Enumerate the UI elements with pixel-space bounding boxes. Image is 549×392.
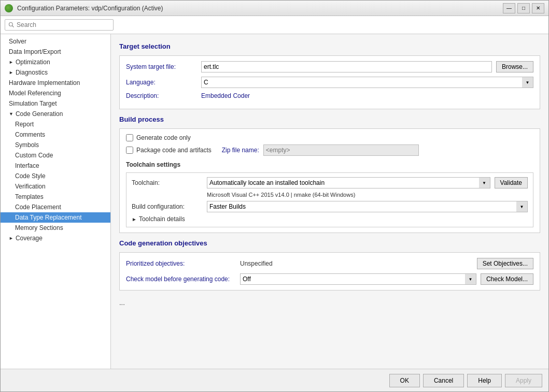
maximize-button[interactable]: □ bbox=[517, 3, 530, 13]
code-gen-label: Code Generation bbox=[16, 110, 63, 118]
code-gen-arrow: ▼ bbox=[9, 111, 13, 117]
window-title: Configuration Parameters: vdp/Configurat… bbox=[17, 5, 503, 12]
language-row: Language: C C++ ▼ bbox=[126, 77, 533, 88]
coverage-arrow: ► bbox=[9, 236, 13, 241]
system-target-label: System target file: bbox=[126, 63, 201, 70]
toolchain-details-arrow: ► bbox=[132, 216, 137, 222]
sidebar-item-code-generation[interactable]: ▼ Code Generation bbox=[1, 109, 110, 119]
diagnostics-arrow: ► bbox=[9, 70, 13, 75]
browse-button[interactable]: Browse... bbox=[496, 61, 533, 72]
sidebar-item-data-type-replacement[interactable]: Data Type Replacement bbox=[1, 212, 110, 223]
data-import-label: Data Import/Export bbox=[9, 48, 61, 55]
sidebar-item-code-placement[interactable]: Code Placement bbox=[1, 202, 110, 212]
description-row: Description: Embedded Coder bbox=[126, 92, 533, 99]
generate-code-only-row: Generate code only bbox=[126, 134, 533, 141]
sidebar-item-verification[interactable]: Verification bbox=[1, 181, 110, 192]
ok-button[interactable]: OK bbox=[389, 374, 420, 387]
sidebar-item-memory-sections[interactable]: Memory Sections bbox=[1, 223, 110, 233]
search-input[interactable] bbox=[17, 21, 105, 28]
toolchain-details-label: Toolchain details bbox=[139, 215, 185, 223]
optimization-label: Optimization bbox=[16, 59, 50, 66]
generate-code-only-checkbox[interactable] bbox=[126, 134, 133, 141]
sidebar-item-optimization[interactable]: ► Optimization bbox=[1, 57, 110, 67]
sidebar-item-interface[interactable]: Interface bbox=[1, 161, 110, 171]
templates-label: Templates bbox=[15, 193, 44, 200]
zip-file-label: Zip file name: bbox=[222, 147, 259, 154]
interface-label: Interface bbox=[15, 162, 39, 169]
sidebar-item-simulation-target[interactable]: Simulation Target bbox=[1, 98, 110, 109]
svg-point-0 bbox=[9, 23, 13, 26]
language-select[interactable]: C C++ bbox=[201, 77, 533, 88]
sidebar-item-report[interactable]: Report bbox=[1, 119, 110, 129]
coverage-label: Coverage bbox=[16, 235, 43, 242]
sidebar-item-comments[interactable]: Comments bbox=[1, 129, 110, 140]
search-bar bbox=[1, 16, 548, 34]
zip-file-row: Zip file name: bbox=[222, 144, 419, 156]
set-objectives-button[interactable]: Set Objectives... bbox=[477, 258, 533, 269]
sidebar-item-symbols[interactable]: Symbols bbox=[1, 140, 110, 150]
zip-file-input[interactable] bbox=[263, 144, 419, 156]
title-bar: Configuration Parameters: vdp/Configurat… bbox=[1, 1, 548, 16]
sim-target-label: Simulation Target bbox=[9, 100, 57, 107]
package-code-checkbox[interactable] bbox=[126, 147, 133, 154]
sidebar-item-diagnostics[interactable]: ► Diagnostics bbox=[1, 67, 110, 78]
code-placement-label: Code Placement bbox=[15, 204, 61, 211]
search-icon bbox=[8, 22, 15, 28]
minimize-button[interactable]: — bbox=[503, 3, 515, 13]
sidebar-item-solver[interactable]: Solver bbox=[1, 36, 110, 47]
sidebar-item-hardware-implementation[interactable]: Hardware Implementation bbox=[1, 78, 110, 88]
close-button[interactable]: ✕ bbox=[532, 3, 544, 13]
memory-sections-label: Memory Sections bbox=[15, 224, 63, 231]
sidebar-item-code-style[interactable]: Code Style bbox=[1, 171, 110, 181]
target-selection-box: System target file: Browse... Language: … bbox=[119, 55, 540, 109]
toolchain-select[interactable]: Automatically locate an installed toolch… bbox=[207, 177, 490, 188]
sidebar-item-custom-code[interactable]: Custom Code bbox=[1, 150, 110, 161]
prioritized-value: Unspecified bbox=[240, 260, 473, 267]
custom-code-label: Custom Code bbox=[15, 152, 53, 159]
toolchain-dropdown-arrow[interactable]: ▼ bbox=[479, 177, 490, 188]
main-window: Configuration Parameters: vdp/Configurat… bbox=[0, 0, 549, 392]
diagnostics-label: Diagnostics bbox=[16, 69, 48, 76]
toolchain-select-wrap: Automatically locate an installed toolch… bbox=[207, 177, 490, 188]
build-config-select-wrap: Faster Builds Debug Specify ▼ bbox=[207, 201, 528, 212]
toolchain-label: Toolchain: bbox=[132, 179, 207, 186]
optimization-arrow: ► bbox=[9, 60, 13, 65]
verification-label: Verification bbox=[15, 183, 46, 190]
symbols-label: Symbols bbox=[15, 141, 39, 149]
package-code-row: Package code and artifacts bbox=[126, 147, 212, 154]
check-model-button[interactable]: Check Model... bbox=[481, 273, 533, 285]
sidebar: Solver Data Import/Export ► Optimization… bbox=[1, 34, 111, 369]
toolchain-details-row[interactable]: ► Toolchain details bbox=[132, 215, 528, 223]
sidebar-item-templates[interactable]: Templates bbox=[1, 192, 110, 202]
build-process-box: Generate code only Package code and arti… bbox=[119, 128, 540, 233]
toolchain-settings-label: Toolchain settings bbox=[126, 161, 533, 168]
window-controls: — □ ✕ bbox=[503, 3, 544, 13]
app-icon bbox=[5, 4, 13, 12]
build-config-row: Build configuration: Faster Builds Debug… bbox=[132, 201, 528, 212]
sidebar-item-data-import-export[interactable]: Data Import/Export bbox=[1, 47, 110, 57]
footer: OK Cancel Help Apply bbox=[1, 369, 548, 391]
sidebar-item-model-referencing[interactable]: Model Referencing bbox=[1, 88, 110, 98]
build-config-select[interactable]: Faster Builds Debug Specify bbox=[207, 201, 528, 212]
search-wrapper bbox=[5, 19, 114, 31]
check-model-dropdown-arrow[interactable]: ▼ bbox=[465, 273, 476, 285]
apply-button[interactable]: Apply bbox=[505, 374, 542, 387]
sidebar-item-coverage[interactable]: ► Coverage bbox=[1, 233, 110, 243]
code-style-label: Code Style bbox=[15, 172, 46, 180]
validate-button[interactable]: Validate bbox=[495, 177, 528, 188]
language-dropdown-arrow[interactable]: ▼ bbox=[522, 77, 533, 88]
code-gen-objectives-header: Code generation objectives bbox=[119, 239, 540, 247]
build-config-dropdown-arrow[interactable]: ▼ bbox=[516, 201, 528, 212]
solver-label: Solver bbox=[9, 38, 26, 45]
check-model-select[interactable]: Off On bbox=[240, 273, 476, 285]
cancel-button[interactable]: Cancel bbox=[423, 374, 464, 387]
svg-line-1 bbox=[12, 26, 14, 27]
report-label: Report bbox=[15, 121, 34, 128]
content-area: Target selection System target file: Bro… bbox=[111, 34, 548, 369]
help-button[interactable]: Help bbox=[467, 374, 502, 387]
toolchain-sub-text: Microsoft Visual C++ 2015 v14.0 | nmake … bbox=[207, 192, 528, 198]
system-target-input[interactable] bbox=[201, 61, 492, 72]
language-select-wrap: C C++ ▼ bbox=[201, 77, 533, 88]
ellipsis-text: ... bbox=[119, 297, 540, 309]
check-model-row: Check model before generating code: Off … bbox=[126, 273, 533, 285]
